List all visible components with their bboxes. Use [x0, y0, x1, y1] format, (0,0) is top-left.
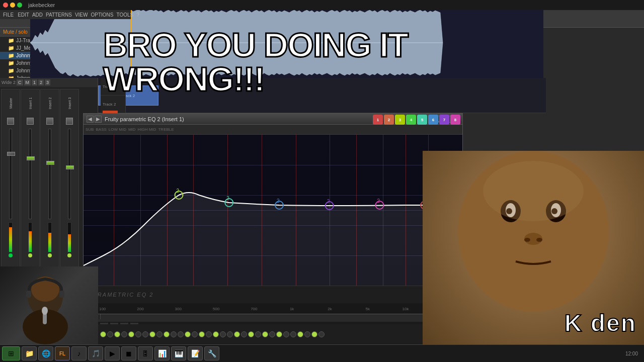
step-22[interactable] — [248, 331, 254, 337]
step-9[interactable] — [156, 331, 163, 337]
eq-band-3[interactable]: 3 — [395, 115, 405, 125]
menu-tools[interactable]: TOOLS — [116, 12, 133, 18]
svg-point-11 — [42, 307, 48, 315]
taskbar-app6[interactable]: 🎛 — [138, 346, 153, 360]
insert2-meter — [48, 222, 52, 252]
step-16[interactable] — [206, 331, 212, 337]
master-led[interactable] — [9, 253, 13, 257]
start-button[interactable]: ⊞ — [2, 346, 20, 360]
taskbar-app5[interactable]: ◼ — [121, 346, 136, 360]
insert3-channel: Insert 3 — [60, 89, 79, 276]
window-title: jakebecker — [28, 2, 55, 8]
step-4[interactable] — [121, 331, 127, 337]
insert2-led[interactable] — [48, 253, 52, 257]
folder-icon: 📁 — [8, 45, 14, 51]
step-31[interactable] — [311, 331, 317, 337]
eq-band-8[interactable]: 8 — [450, 115, 460, 125]
step-30[interactable] — [304, 331, 310, 337]
mixer-btn-1[interactable]: C — [17, 79, 23, 85]
eq-freq-labels: 100 200 300 500 700 1k 2k 5k 10k 20k — [84, 304, 462, 314]
step-28[interactable] — [290, 331, 296, 337]
mixer-btn-5[interactable]: 3 — [45, 79, 50, 85]
master-fader[interactable] — [7, 152, 15, 156]
taskbar-app9[interactable]: 📝 — [188, 346, 203, 360]
step-10[interactable] — [164, 331, 170, 337]
menu-file[interactable]: FILE — [2, 12, 15, 18]
step-11[interactable] — [171, 331, 177, 337]
browser-title: Mute / solo — [3, 29, 28, 35]
eq-band-7[interactable]: 7 — [439, 115, 449, 125]
insert2-knob[interactable] — [46, 118, 53, 125]
step-24[interactable] — [262, 331, 268, 337]
taskbar-app10[interactable]: 🔧 — [204, 346, 219, 360]
master-knob[interactable] — [7, 118, 14, 125]
insert1-fader[interactable] — [27, 156, 35, 160]
step-29[interactable] — [297, 331, 303, 337]
step-15[interactable] — [199, 331, 205, 337]
eq-band-4[interactable]: 4 — [406, 115, 416, 125]
step-3[interactable] — [114, 331, 120, 337]
step-21[interactable] — [241, 331, 247, 337]
eq-band-6[interactable]: 6 — [428, 115, 438, 125]
step-6[interactable] — [135, 331, 141, 337]
taskbar-files[interactable]: 📁 — [22, 346, 37, 360]
menu-patterns[interactable]: PATTERNS — [46, 12, 72, 18]
taskbar-fl[interactable]: FL — [55, 346, 70, 360]
step-13[interactable] — [185, 331, 191, 337]
svg-text:2: 2 — [327, 199, 330, 204]
eq-band-1[interactable]: 1 — [373, 115, 383, 125]
taskbar-app2[interactable]: ♪ — [71, 346, 87, 360]
step-8[interactable] — [149, 331, 155, 337]
insert1-knob[interactable] — [27, 118, 34, 125]
insert3-fader[interactable] — [66, 165, 74, 169]
step-7[interactable] — [142, 331, 148, 337]
menu-options[interactable]: OPTIONS — [91, 12, 113, 18]
step-17[interactable] — [213, 331, 219, 337]
step-25[interactable] — [269, 331, 275, 337]
eq-graph[interactable]: 2 2 2 2 2 — [84, 135, 462, 286]
eq-band-2[interactable]: 2 — [384, 115, 394, 125]
taskbar-app7[interactable]: 📊 — [154, 346, 170, 360]
eq-nav-right[interactable]: ▶ — [95, 116, 102, 123]
eq-bands-row: 1 2 3 4 5 6 7 8 — [373, 115, 460, 125]
step-12[interactable] — [178, 331, 184, 337]
mixer-btn-3[interactable]: 1 — [32, 79, 37, 85]
mixer-btn-4[interactable]: 2 — [38, 79, 44, 85]
menubar: FILE EDIT ADD PATTERNS VIEW OPTIONS TOOL… — [0, 10, 131, 19]
menu-help[interactable]: ? — [136, 12, 139, 18]
mixer-btn-2[interactable]: M — [24, 79, 31, 85]
step-2[interactable] — [107, 331, 113, 337]
minimize-btn[interactable] — [10, 3, 15, 8]
step-26[interactable] — [276, 331, 282, 337]
insert3-led[interactable] — [67, 253, 71, 257]
eq-nav-left[interactable]: ◀ — [87, 116, 94, 123]
step-18[interactable] — [220, 331, 226, 337]
folder-icon: 📁 — [8, 60, 14, 66]
step-32[interactable] — [318, 331, 325, 337]
step-5[interactable] — [128, 331, 134, 337]
maximize-btn[interactable] — [17, 3, 22, 8]
step-20[interactable] — [234, 331, 240, 337]
menu-edit[interactable]: EDIT — [18, 12, 29, 18]
svg-rect-8 — [59, 291, 64, 298]
taskbar-app3[interactable]: 🎵 — [88, 346, 103, 360]
svg-rect-7 — [26, 291, 31, 298]
eq-curve: 2 2 2 2 2 — [84, 135, 462, 286]
insert1-led[interactable] — [28, 253, 32, 257]
taskbar-app8[interactable]: 🎹 — [171, 346, 186, 360]
eq-band-5[interactable]: 5 — [417, 115, 427, 125]
taskbar-browser[interactable]: 🌐 — [38, 346, 53, 360]
step-19[interactable] — [227, 331, 233, 337]
step-1[interactable] — [100, 331, 106, 337]
menu-add[interactable]: ADD — [32, 12, 43, 18]
step-14[interactable] — [192, 331, 198, 337]
svg-text:2: 2 — [377, 198, 380, 204]
insert2-fader[interactable] — [46, 161, 54, 165]
insert3-knob[interactable] — [66, 118, 73, 125]
step-23[interactable] — [255, 331, 261, 337]
close-btn[interactable] — [3, 3, 8, 8]
playhead — [131, 8, 132, 78]
taskbar-app4[interactable]: ▶ — [105, 346, 120, 360]
menu-view[interactable]: VIEW — [75, 12, 88, 18]
step-27[interactable] — [283, 331, 289, 337]
